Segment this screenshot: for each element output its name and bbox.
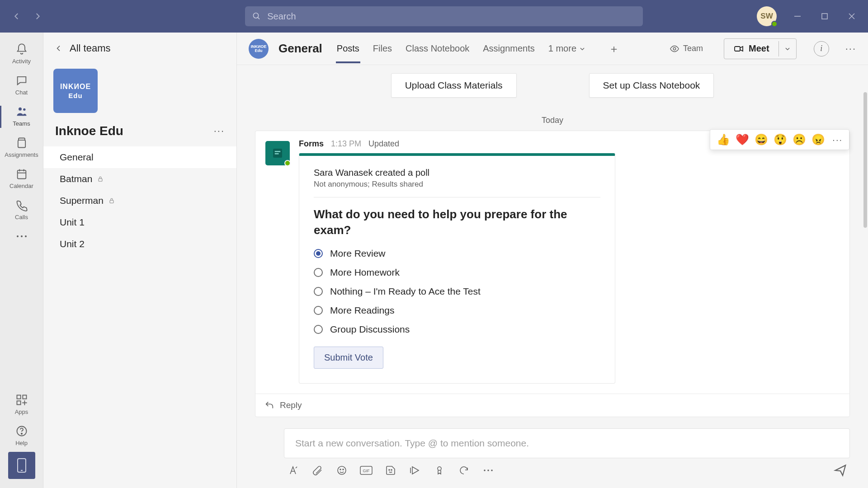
tab-class-notebook[interactable]: Class Notebook [406, 34, 469, 63]
svg-point-33 [338, 466, 346, 474]
search-input[interactable] [267, 11, 636, 22]
channel-info-button[interactable]: i [814, 41, 829, 56]
rail-label: Calls [15, 214, 28, 221]
svg-rect-26 [110, 200, 113, 203]
rail-activity[interactable]: Activity [0, 39, 43, 70]
scrollbar-thumb[interactable] [863, 92, 867, 228]
svg-point-6 [19, 108, 22, 111]
attach-button[interactable] [311, 464, 324, 477]
svg-rect-31 [275, 151, 281, 152]
assignments-icon [15, 136, 28, 150]
back-to-teams[interactable]: All teams [43, 33, 236, 64]
praise-button[interactable] [433, 464, 446, 477]
channel-item[interactable]: Batman [43, 168, 236, 190]
channel-title: General [278, 42, 322, 56]
meet-dropdown[interactable] [778, 41, 796, 56]
nav-forward-button[interactable] [33, 12, 42, 20]
stream-button[interactable] [409, 464, 421, 477]
rail-apps[interactable]: Apps [0, 389, 43, 421]
send-button[interactable] [834, 464, 847, 477]
radio-button[interactable] [314, 249, 323, 258]
rail-label: Activity [12, 58, 31, 65]
radio-button[interactable] [314, 325, 323, 334]
channel-item[interactable]: Unit 1 [43, 211, 236, 233]
upload-materials-card[interactable]: Upload Class Materials [391, 73, 517, 98]
svg-rect-9 [17, 170, 26, 179]
tab-files[interactable]: Files [373, 34, 392, 63]
forms-app-avatar [265, 141, 290, 165]
channel-item[interactable]: Unit 2 [43, 233, 236, 255]
poll-option[interactable]: More Review [314, 248, 600, 259]
poll-option[interactable]: Nothing – I'm Ready to Ace the Test [314, 286, 600, 297]
channel-logo: INKИOEEdu [249, 39, 269, 59]
back-label: All teams [70, 42, 110, 54]
channel-item[interactable]: Superman [43, 190, 236, 211]
search-bar[interactable] [245, 6, 643, 26]
setup-notebook-card[interactable]: Set up Class Notebook [589, 73, 714, 98]
reply-button[interactable]: Reply [255, 394, 849, 417]
tab-more[interactable]: 1 more [548, 43, 585, 54]
submit-vote-button[interactable]: Submit Vote [314, 347, 383, 369]
svg-marker-40 [412, 467, 419, 474]
teams-icon [15, 105, 28, 118]
main-area: INKИOEEdu General Posts Files Class Note… [237, 33, 868, 488]
loop-button[interactable] [458, 464, 470, 477]
poll-option[interactable]: More Readings [314, 305, 600, 316]
team-logo[interactable]: INKИOE Edu [53, 69, 98, 113]
window-maximize-button[interactable] [818, 10, 831, 23]
composer: GIF [284, 428, 850, 479]
messages-scroll[interactable]: Upload Class Materials Set up Class Note… [237, 65, 868, 418]
chevron-left-icon [55, 45, 62, 52]
channel-item[interactable]: General [43, 146, 236, 168]
nav-back-button[interactable] [13, 12, 21, 20]
svg-rect-16 [17, 395, 20, 399]
presence-indicator [771, 21, 778, 27]
user-initials: SW [760, 12, 773, 21]
team-name: Inknoe Edu [55, 124, 123, 138]
chevron-down-icon [579, 46, 585, 52]
team-more-button[interactable]: ··· [214, 125, 225, 137]
rail-assignments[interactable]: Assignments [0, 132, 43, 164]
gif-button[interactable]: GIF [360, 464, 373, 477]
radio-button[interactable] [314, 306, 323, 315]
user-avatar[interactable]: SW [757, 6, 777, 26]
compose-more-button[interactable] [482, 464, 495, 477]
format-button[interactable] [287, 464, 299, 477]
poll-created-by: Sara Wanasek created a poll [314, 168, 600, 178]
channel-more-button[interactable]: ··· [845, 43, 856, 55]
team-visibility-button[interactable]: Team [665, 41, 708, 56]
rail-help[interactable]: Help [0, 421, 43, 452]
tab-posts[interactable]: Posts [337, 34, 359, 63]
radio-button[interactable] [314, 287, 323, 296]
message-time: 1:13 PM [331, 139, 361, 149]
meet-button[interactable]: Meet [724, 39, 778, 59]
svg-rect-17 [23, 395, 26, 399]
rail-mobile-button[interactable] [8, 452, 35, 479]
svg-point-22 [21, 433, 22, 434]
add-tab-button[interactable]: ＋ [607, 42, 621, 56]
emoji-button[interactable] [335, 464, 348, 477]
apps-icon [15, 393, 28, 407]
rail-chat[interactable]: Chat [0, 70, 43, 101]
svg-point-27 [673, 47, 676, 50]
tab-assignments[interactable]: Assignments [483, 34, 535, 63]
channel-header: INKИOEEdu General Posts Files Class Note… [237, 33, 868, 65]
radio-button[interactable] [314, 268, 323, 277]
window-minimize-button[interactable] [791, 10, 804, 23]
poll-option-label: Nothing – I'm Ready to Ace the Test [330, 286, 481, 297]
rail-label: Teams [13, 120, 30, 127]
rail-more[interactable] [0, 226, 43, 249]
window-close-button[interactable] [845, 10, 858, 23]
poll-option[interactable]: Group Discussions [314, 324, 600, 335]
poll-card: Sara Wanasek created a poll Not anonymou… [299, 153, 615, 384]
rail-label: Calendar [9, 183, 33, 189]
rail-calendar[interactable]: Calendar [0, 164, 43, 195]
calendar-icon [15, 167, 28, 181]
compose-input[interactable] [284, 428, 850, 458]
svg-rect-18 [17, 401, 20, 404]
rail-teams[interactable]: Teams [0, 101, 43, 132]
svg-point-15 [25, 235, 27, 237]
rail-calls[interactable]: Calls [0, 195, 43, 226]
sticker-button[interactable] [384, 464, 397, 477]
poll-option[interactable]: More Homework [314, 267, 600, 278]
